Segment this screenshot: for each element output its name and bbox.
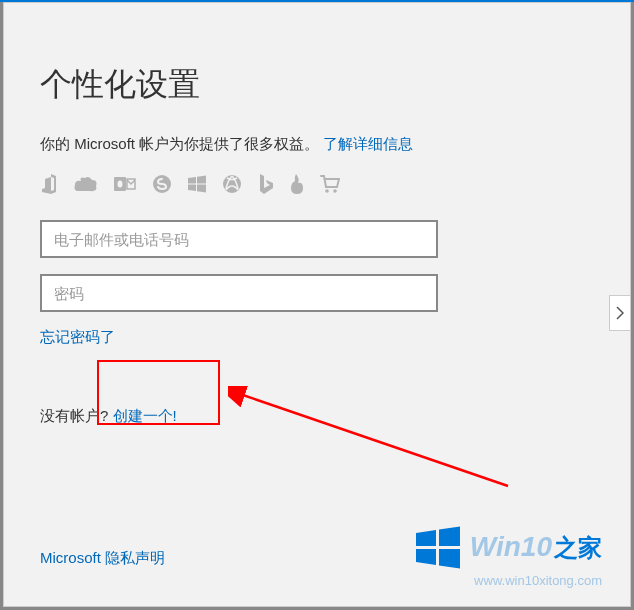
subtitle: 你的 Microsoft 帐户为你提供了很多权益。 了解详细信息 xyxy=(40,135,594,154)
onedrive-icon xyxy=(74,176,98,196)
bing-icon xyxy=(258,174,274,198)
svg-point-3 xyxy=(223,175,241,193)
brand-text: Win10之家 xyxy=(470,531,602,564)
create-account-link[interactable]: 创建一个! xyxy=(113,407,177,424)
skype-icon xyxy=(152,174,172,198)
subtitle-text: 你的 Microsoft 帐户为你提供了很多权益。 xyxy=(40,135,319,152)
service-icons xyxy=(40,174,594,198)
windows-logo-icon xyxy=(414,523,462,571)
page-title: 个性化设置 xyxy=(40,63,594,107)
brand-url: www.win10xitong.com xyxy=(414,573,602,588)
dialog-window: 个性化设置 你的 Microsoft 帐户为你提供了很多权益。 了解详细信息 忘… xyxy=(3,2,631,607)
xbox-icon xyxy=(222,174,242,198)
watermark: Win10之家 www.win10xitong.com xyxy=(414,523,602,588)
no-account-row: 没有帐户? 创建一个! xyxy=(40,407,594,426)
flame-icon xyxy=(290,174,304,198)
svg-point-4 xyxy=(325,189,329,193)
no-account-text: 没有帐户? xyxy=(40,407,113,424)
forgot-password-link[interactable]: 忘记密码了 xyxy=(40,328,115,345)
learn-more-link[interactable]: 了解详细信息 xyxy=(323,135,413,152)
chevron-right-icon xyxy=(616,306,624,320)
cart-icon xyxy=(320,175,340,197)
svg-point-5 xyxy=(333,189,337,193)
svg-point-1 xyxy=(118,181,123,188)
privacy-link[interactable]: Microsoft 隐私声明 xyxy=(40,549,165,566)
next-chevron-button[interactable] xyxy=(609,295,631,331)
password-input[interactable] xyxy=(40,274,438,312)
office-icon xyxy=(40,174,58,198)
windows-icon xyxy=(188,175,206,197)
email-input[interactable] xyxy=(40,220,438,258)
outlook-icon xyxy=(114,175,136,197)
